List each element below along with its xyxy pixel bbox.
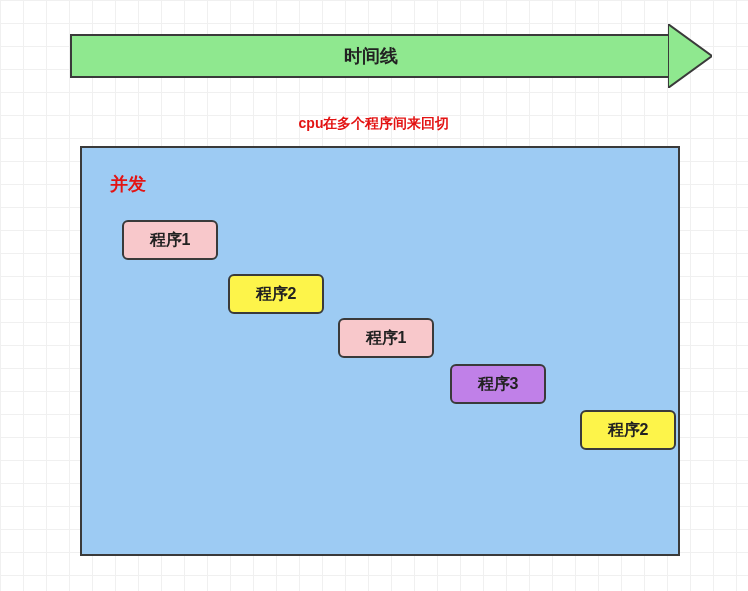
timeline-arrow: 时间线 — [70, 28, 710, 84]
program-block: 程序2 — [228, 274, 324, 314]
program-block: 程序1 — [122, 220, 218, 260]
program-label: 程序1 — [150, 230, 191, 251]
timeline-label: 时间线 — [344, 44, 398, 68]
svg-marker-0 — [668, 24, 712, 88]
program-block: 程序1 — [338, 318, 434, 358]
program-label: 程序3 — [478, 374, 519, 395]
timeline-arrow-body: 时间线 — [70, 34, 670, 78]
diagram-caption: cpu在多个程序间来回切 — [0, 115, 748, 133]
concurrency-panel: 并发 程序1 程序2 程序1 程序3 程序2 — [80, 146, 680, 556]
program-block: 程序3 — [450, 364, 546, 404]
program-block: 程序2 — [580, 410, 676, 450]
program-label: 程序1 — [366, 328, 407, 349]
arrow-right-icon — [668, 24, 712, 88]
panel-title: 并发 — [110, 172, 146, 196]
program-label: 程序2 — [256, 284, 297, 305]
program-label: 程序2 — [608, 420, 649, 441]
